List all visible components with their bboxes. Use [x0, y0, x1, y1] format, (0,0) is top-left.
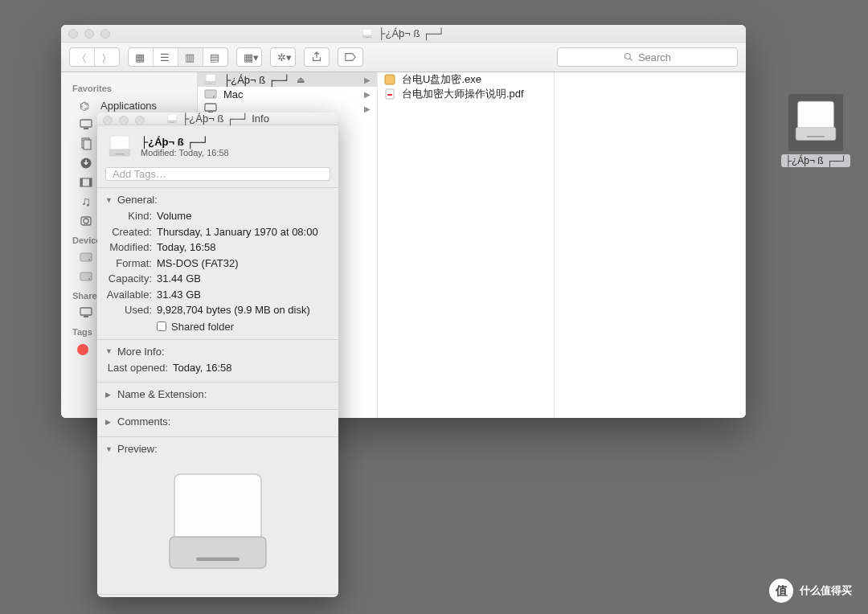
- section-header-comments[interactable]: ▶Comments:: [105, 414, 330, 430]
- desktop-drive-label: ├¿Áþ¬ ß ┌─┘: [781, 154, 850, 167]
- section-preview: ▼Preview:: [97, 436, 338, 594]
- exe-icon: [384, 74, 395, 85]
- eject-icon[interactable]: ⏏: [297, 75, 305, 85]
- zoom-button[interactable]: [135, 116, 145, 125]
- traffic-lights: [68, 29, 110, 39]
- column-2: 台电U盘加密.exe 台电加密大师操作说明.pdf: [378, 72, 555, 418]
- watermark: 值 什么值得买: [769, 579, 852, 603]
- info-lastopened: Today, 16:58: [173, 361, 330, 375]
- file-item[interactable]: 台电U盘加密.exe: [378, 72, 554, 87]
- info-modified: Modified: Today, 16:58: [141, 148, 229, 158]
- disclosure-triangle-icon: ▼: [105, 347, 113, 355]
- desktop-drive[interactable]: ├¿Áþ¬ ß ┌─┘: [784, 94, 848, 167]
- minimize-button[interactable]: [119, 116, 129, 125]
- toolbar: 〈 〉 ▦ ☰ ▥ ▤ ▦▾ ✲▾ Search: [61, 43, 746, 72]
- music-icon: ♫: [79, 194, 93, 209]
- section-header-preview[interactable]: ▼Preview:: [105, 441, 330, 457]
- svg-text:⌬: ⌬: [80, 99, 89, 112]
- movies-icon: [79, 175, 93, 190]
- info-titlebar[interactable]: ├¿Áþ¬ ß ┌─┘ Info: [97, 113, 338, 125]
- section-header-moreinfo[interactable]: ▼More Info:: [105, 344, 330, 360]
- info-format: MS-DOS (FAT32): [157, 256, 330, 271]
- hdd-icon: [79, 250, 93, 264]
- sidebar-item-label: Applications: [100, 100, 157, 112]
- disclosure-triangle-icon: ▼: [105, 445, 113, 453]
- window-titlebar[interactable]: ├¿Áþ¬ ß ┌─┘: [61, 25, 746, 43]
- drive-icon: [362, 28, 373, 39]
- watermark-text: 什么值得买: [800, 583, 852, 598]
- hdd-icon: [79, 269, 93, 284]
- drive-icon: [204, 73, 217, 86]
- svg-rect-14: [80, 178, 83, 186]
- action-button[interactable]: ✲▾: [270, 47, 296, 67]
- close-button[interactable]: [68, 29, 78, 39]
- arrange-button[interactable]: ▦▾: [236, 47, 262, 67]
- drive-icon: [158, 462, 278, 583]
- item-label: Mac: [223, 88, 244, 100]
- nav-buttons: 〈 〉: [69, 47, 120, 67]
- preview-area: [105, 457, 330, 587]
- svg-rect-11: [84, 140, 91, 149]
- svg-rect-15: [89, 178, 92, 186]
- downloads-icon: [79, 156, 93, 170]
- zoom-button[interactable]: [100, 29, 110, 39]
- info-capacity: 31.44 GB: [157, 272, 330, 286]
- tags-button[interactable]: [338, 47, 363, 67]
- info-used: 9,928,704 bytes (9.9 MB on disk): [157, 303, 330, 317]
- monitor-icon: [79, 305, 93, 320]
- file-label: 台电U盘加密.exe: [402, 72, 481, 87]
- section-header-general[interactable]: ▼General:: [105, 192, 330, 208]
- file-item[interactable]: 台电加密大师操作说明.pdf: [378, 87, 554, 101]
- tags-placeholder: Add Tags…: [113, 168, 166, 180]
- column-item[interactable]: Mac ▶: [198, 87, 377, 101]
- pdf-icon: [384, 88, 395, 100]
- watermark-badge-icon: 值: [769, 579, 793, 603]
- tag-red[interactable]: [77, 344, 88, 355]
- desktop-icon: [79, 117, 93, 132]
- svg-line-8: [629, 59, 632, 61]
- list-view-button[interactable]: ☰: [154, 48, 178, 66]
- section-header-nameext[interactable]: ▶Name & Extension:: [105, 387, 330, 403]
- gallery-view-button[interactable]: ▤: [203, 48, 227, 66]
- info-created: Thursday, 1 January 1970 at 08:00: [157, 225, 330, 239]
- forward-button[interactable]: 〉: [95, 48, 119, 66]
- icon-view-button[interactable]: ▦: [129, 48, 154, 66]
- svg-point-17: [84, 219, 88, 223]
- column-item[interactable]: ├¿Áþ¬ ß ┌─┘ ⏏ ▶: [198, 72, 377, 87]
- drive-icon: [166, 113, 178, 125]
- apps-icon: ⌬: [79, 98, 93, 113]
- shared-folder-checkbox[interactable]: Shared folder: [105, 318, 330, 333]
- search-placeholder: Search: [638, 51, 671, 63]
- svg-rect-18: [385, 75, 395, 84]
- drive-icon: [791, 96, 841, 146]
- info-available: 31.43 GB: [157, 288, 330, 302]
- tags-field[interactable]: Add Tags…: [105, 167, 330, 181]
- hdd-icon: [204, 88, 217, 100]
- section-comments: ▶Comments:: [97, 409, 338, 436]
- back-button[interactable]: 〈: [70, 48, 95, 66]
- info-kind: Volume: [157, 209, 330, 223]
- drive-icon: [107, 133, 133, 159]
- window-title-text: ├¿Áþ¬ ß ┌─┘: [378, 27, 444, 39]
- file-label: 台电加密大师操作说明.pdf: [402, 87, 524, 101]
- info-modified-value: Today, 16:58: [157, 240, 330, 255]
- view-switcher: ▦ ☰ ▥ ▤: [128, 47, 228, 67]
- search-field[interactable]: Search: [557, 47, 738, 67]
- svg-point-7: [624, 54, 630, 59]
- info-header: ├¿Áþ¬ ß ┌─┘ Modified: Today, 16:58: [97, 125, 338, 167]
- get-info-window: ├¿Áþ¬ ß ┌─┘ Info ├¿Áþ¬ ß ┌─┘ Modified: T…: [97, 113, 338, 597]
- section-sharing: ▶Sharing & Permissions:: [97, 594, 338, 597]
- share-button[interactable]: [304, 47, 330, 67]
- disclosure-triangle-icon: ▼: [105, 196, 113, 204]
- section-nameext: ▶Name & Extension:: [97, 382, 338, 409]
- svg-rect-20: [387, 94, 392, 96]
- chevron-right-icon: ▶: [364, 90, 371, 99]
- column-view-button[interactable]: ▥: [178, 48, 203, 66]
- checkbox[interactable]: [157, 321, 166, 331]
- minimize-button[interactable]: [84, 29, 94, 39]
- drive-icon-selected: [788, 94, 843, 151]
- pictures-icon: [79, 214, 93, 228]
- close-button[interactable]: [103, 116, 113, 125]
- disclosure-triangle-icon: ▶: [105, 418, 113, 426]
- info-item-name: ├¿Áþ¬ ß ┌─┘: [141, 136, 229, 148]
